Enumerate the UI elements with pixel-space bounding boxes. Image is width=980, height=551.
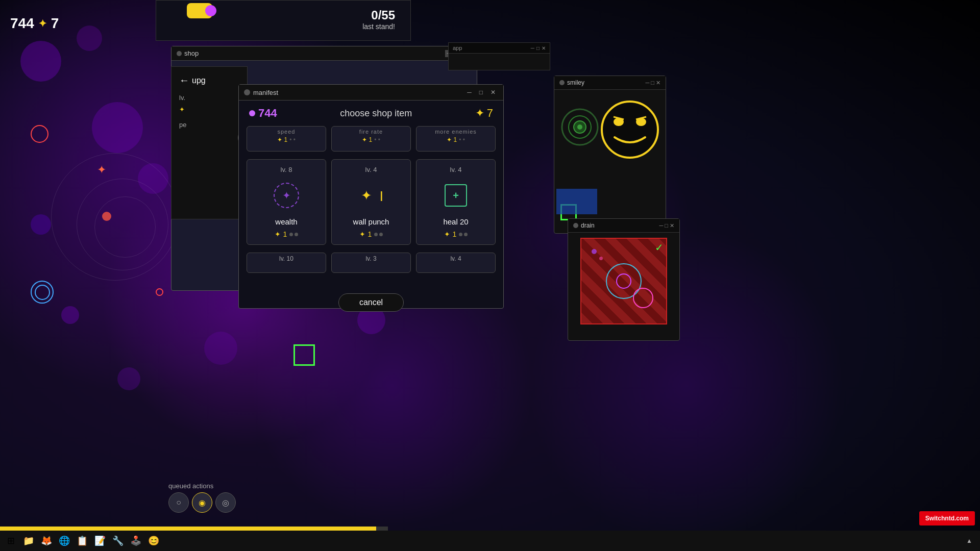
items-row-top: speed ✦ 1 • • fire rate ✦ 1 • • more ene… xyxy=(247,126,496,152)
smiley-maximize[interactable]: □ xyxy=(651,80,654,86)
heal-star-icon: ✦ xyxy=(444,230,450,238)
smiley-close[interactable]: ✕ xyxy=(656,80,660,86)
taskbar-app4[interactable]: 🕹️ xyxy=(128,533,144,549)
manifest-title: manifest xyxy=(253,89,278,96)
right-bg-window: app ─ □ ✕ xyxy=(448,42,550,70)
smiley-title-bar: smiley ─ □ ✕ xyxy=(554,76,666,90)
bottom-item-2[interactable]: lv. 3 xyxy=(331,253,411,273)
smiley-title: smiley xyxy=(567,79,584,86)
shop-header: 744 choose shop item ✦ 7 xyxy=(239,101,503,126)
cancel-button[interactable]: cancel xyxy=(338,293,404,312)
queued-icon-3[interactable]: ◎ xyxy=(215,492,236,513)
upgrade-panel: ← upg lv. ✦ pe ← xyxy=(171,66,248,219)
shop-window-title: shop xyxy=(184,49,199,57)
shop-title-bar: shop ─ □ ✕ xyxy=(172,46,477,61)
drain-window: drain ─ □ ✕ ✓ xyxy=(568,218,680,341)
taskbar-app1[interactable]: 📋 xyxy=(74,533,90,549)
heal-cost-value: 1 xyxy=(453,230,457,238)
manifest-close-btn[interactable]: ✕ xyxy=(488,88,498,97)
bottom-item-3[interactable]: lv. 4 xyxy=(416,253,496,273)
manifest-controls: ─ □ ✕ xyxy=(464,88,498,97)
floating-green-square-1 xyxy=(293,344,315,366)
star-icon: ✦ xyxy=(38,17,47,30)
drain-close[interactable]: ✕ xyxy=(670,222,674,229)
right-win-close[interactable]: ✕ xyxy=(542,45,546,51)
manifest-minimize-btn[interactable]: ─ xyxy=(464,88,474,97)
wealth-cost: ✦ 1 xyxy=(251,230,322,238)
top-item-3-cost: ✦ 1 • • xyxy=(421,136,491,143)
wallpunch-name: wall punch xyxy=(336,217,406,226)
queued-icon-2[interactable]: ◉ xyxy=(192,492,212,513)
shop-window-icon xyxy=(177,51,182,56)
shop-items-area[interactable]: speed ✦ 1 • • fire rate ✦ 1 • • more ene… xyxy=(239,126,503,289)
taskbar: ⊞ 📁 🦊 🌐 📋 📝 🔧 🕹️ 😊 ▲ xyxy=(0,531,980,551)
top-game-panel: 0/55 last stand! xyxy=(156,0,411,41)
top-item-1[interactable]: speed ✦ 1 • • xyxy=(247,126,326,152)
wealth-level: lv. 8 xyxy=(251,166,322,173)
smiley-minimize[interactable]: ─ xyxy=(646,80,650,86)
bottom-item-1-level: lv. 10 xyxy=(251,255,322,262)
heal-dots xyxy=(459,233,468,236)
heal-cost: ✦ 1 xyxy=(421,230,491,238)
bottom-item-1[interactable]: lv. 10 xyxy=(247,253,326,273)
shop-item-heal[interactable]: lv. 4 + heal 20 ✦ 1 xyxy=(416,159,496,245)
shop-item-wallpunch[interactable]: lv. 4 ✦ | wall punch ✦ 1 xyxy=(331,159,411,245)
wallpunch-cost-value: 1 xyxy=(368,230,372,238)
drain-title-bar: drain ─ □ ✕ xyxy=(568,219,679,233)
score-display: 744 ✦ 7 xyxy=(10,15,59,32)
heal-icon: + xyxy=(445,184,467,207)
right-win-max[interactable]: □ xyxy=(536,45,540,51)
top-item-3-label: more enemies xyxy=(421,129,491,135)
wave-count: 0/55 xyxy=(362,8,395,22)
taskbar-chrome[interactable]: 🌐 xyxy=(56,533,72,549)
taskbar-emoji[interactable]: 😊 xyxy=(145,533,162,549)
wealth-name: wealth xyxy=(251,217,322,226)
svg-point-4 xyxy=(602,102,658,158)
taskbar-app2[interactable]: 📝 xyxy=(92,533,108,549)
drain-accent-circle xyxy=(633,288,653,308)
shop-star-count: 7 xyxy=(487,107,493,120)
wallpunch-level: lv. 4 xyxy=(336,166,406,173)
top-item-2-label: fire rate xyxy=(336,129,406,135)
drain-minimize[interactable]: ─ xyxy=(659,222,664,229)
manifest-icon xyxy=(244,89,250,95)
right-win-min[interactable]: ─ xyxy=(531,45,534,51)
wallpunch-icon: ✦ | xyxy=(358,183,384,208)
heal-name: heal 20 xyxy=(421,217,491,226)
wallpunch-cost: ✦ 1 xyxy=(336,230,406,238)
shop-item-wealth[interactable]: lv. 8 ✦ wealth ✦ 1 xyxy=(247,159,326,245)
currency-value: 744 xyxy=(258,107,277,120)
drain-maximize[interactable]: □ xyxy=(665,222,668,229)
taskbar-start[interactable]: ⊞ xyxy=(3,533,19,549)
heal-level: lv. 4 xyxy=(421,166,491,173)
checkmark-icon: ✓ xyxy=(655,241,664,254)
queued-icon-1[interactable]: ○ xyxy=(168,492,189,513)
eye-icon-area xyxy=(559,107,600,147)
wallpunch-dots xyxy=(374,233,383,236)
score-value: 744 xyxy=(10,15,34,32)
items-row-bottom: lv. 10 lv. 3 lv. 4 xyxy=(247,253,496,273)
smiley-controls: ─ □ ✕ xyxy=(646,80,660,86)
top-item-2[interactable]: fire rate ✦ 1 • • xyxy=(331,126,411,152)
top-item-2-cost: ✦ 1 • • xyxy=(336,136,406,143)
manifest-maximize-btn[interactable]: □ xyxy=(477,88,485,97)
taskbar-firefox[interactable]: 🦊 xyxy=(38,533,55,549)
character-display xyxy=(187,3,212,18)
bottom-item-2-level: lv. 3 xyxy=(336,255,406,262)
upgrade-stars: ✦ xyxy=(179,106,239,113)
wealth-dots xyxy=(289,233,298,236)
level-display: lv. xyxy=(179,94,239,102)
taskbar-app3[interactable]: 🔧 xyxy=(110,533,126,549)
taskbar-explorer[interactable]: 📁 xyxy=(20,533,37,549)
shop-header-title: choose shop item xyxy=(340,108,412,119)
wallpunch-star-icon: ✦ xyxy=(359,230,365,238)
smiley-face xyxy=(599,99,660,162)
drain-inner-ring xyxy=(616,273,631,289)
top-item-1-cost: ✦ 1 • • xyxy=(251,136,322,143)
shop-stars: ✦ 7 xyxy=(475,107,493,120)
back-button[interactable]: ← upg xyxy=(179,74,239,86)
progress-fill xyxy=(0,527,376,531)
top-item-3[interactable]: more enemies ✦ 1 • • xyxy=(416,126,496,152)
drain-content: ✓ xyxy=(580,238,667,324)
nintendo-label: Switchntd.com xyxy=(925,515,969,522)
